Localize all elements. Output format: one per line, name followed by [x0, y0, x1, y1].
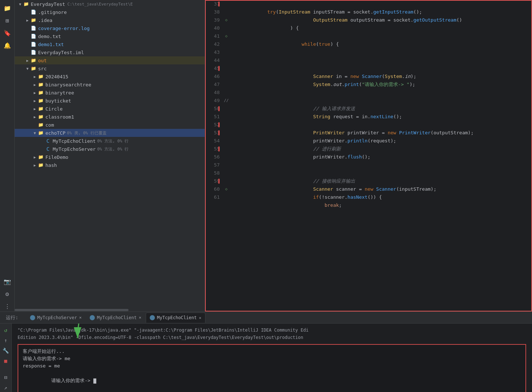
- server-tab-close[interactable]: ✕: [79, 315, 82, 320]
- tree-item-com[interactable]: 📁 com: [15, 121, 205, 129]
- tree-arrow-echotcp[interactable]: ▼: [32, 131, 37, 135]
- client2-tab-label: MyTcpEchoClient: [157, 315, 197, 320]
- code-line-52: PrintWriter printWriter = new PrintWrite…: [233, 121, 528, 129]
- file-icon-demo: 📄: [30, 33, 37, 40]
- tree-item-bt[interactable]: ▶ 📁 binarytree: [15, 89, 205, 97]
- more-icon[interactable]: ⋮: [2, 301, 12, 311]
- client1-tab-close[interactable]: ✕: [139, 315, 141, 320]
- folder-icon-out: 📁: [30, 57, 37, 64]
- file-icon-gitignore: 📄: [30, 9, 37, 15]
- tree-arrow-out[interactable]: ▶: [25, 59, 30, 63]
- tree-arrow-classroom1[interactable]: ▶: [32, 115, 37, 119]
- code-content: 37 38 39 40 41 42 43 44 45 46 47 48 49 5…: [205, 0, 532, 311]
- tree-item-demo[interactable]: 📄 demo.txt: [15, 32, 205, 40]
- notification-icon[interactable]: 🔔: [2, 40, 12, 51]
- folder-icon-hash: 📁: [37, 162, 44, 168]
- tree-item-server[interactable]: C MyTcpEchoServer 0% 方法, 0% 行: [15, 145, 205, 153]
- run-output: "C:\Program Files\Java\jdk-17\bin\java.e…: [12, 324, 532, 392]
- run-tab-server[interactable]: MyTcpEchoServer ✕: [26, 313, 85, 323]
- code-lines: try(InputStream inputSTream = socket.get…: [229, 0, 532, 311]
- folder-icon-20240415: 📁: [37, 73, 44, 80]
- folder-icon-idea: 📁: [30, 17, 37, 23]
- tree-item-gitignore[interactable]: 📄 .gitignore: [15, 8, 205, 16]
- restart-btn[interactable]: ↺: [1, 326, 10, 335]
- settings-icon[interactable]: ⚙: [2, 289, 12, 299]
- tree-item-root[interactable]: ▼ 📁 EverydayTest C:\test_java\EverydayTe…: [15, 0, 205, 8]
- bookmark-icon[interactable]: 🔖: [2, 28, 12, 38]
- tree-item-coverage-error[interactable]: 📄 coverage-error.log: [15, 24, 205, 32]
- code-editor[interactable]: 37 38 39 40 41 42 43 44 45 46 47 48 49 5…: [205, 0, 532, 311]
- tree-label-demo1: demo1.txt: [38, 42, 64, 47]
- tree-label-classroom1: classroom1: [45, 114, 74, 120]
- project-icon[interactable]: 📁: [2, 3, 12, 13]
- tree-item-classroom1[interactable]: ▶ 📁 classroom1: [15, 113, 205, 121]
- folder-icon-echotcp: 📁: [37, 130, 44, 136]
- code-line-44: [233, 56, 528, 64]
- tree-item-buyticket[interactable]: ▶ 📁 buyticket: [15, 97, 205, 105]
- code-line-45: Scanner in = new Scanner(System.in);: [233, 64, 528, 72]
- tree-path-root: C:\test_java\EverydayTest\E: [67, 2, 133, 7]
- output-line-2: 请输入你的需求-> me: [23, 355, 521, 362]
- tree-arrow-filedemo[interactable]: ▶: [32, 155, 37, 159]
- tree-arrow-20240415[interactable]: ▶: [32, 75, 37, 79]
- code-line-41: while(true) {: [233, 32, 528, 40]
- tree-item-demo1[interactable]: 📄 demo1.txt: [15, 40, 205, 48]
- class-icon-client: C: [45, 138, 51, 144]
- run-toolbar: ↺ ↑ 🔧 ■ ⊟ ↗: [0, 324, 12, 392]
- tree-item-filedemo[interactable]: ▶ 📁 FileDemo: [15, 153, 205, 161]
- tree-arrow-bst[interactable]: ▶: [32, 83, 37, 87]
- tree-label-server: MyTcpEchoServer: [53, 146, 96, 152]
- tree-label-circle: Circle: [45, 106, 63, 112]
- tree-item-client[interactable]: C MyTcpEchoClient 0% 方法, 0% 行: [15, 137, 205, 145]
- folder-icon-bst: 📁: [37, 81, 44, 88]
- client2-tab-close[interactable]: ✕: [199, 316, 201, 320]
- stop-btn[interactable]: ■: [1, 356, 10, 365]
- tree-label-filedemo: FileDemo: [45, 154, 68, 160]
- external-btn[interactable]: ↗: [1, 383, 10, 392]
- tree-label-20240415: 20240415: [45, 74, 68, 79]
- camera-icon[interactable]: 📷: [2, 276, 12, 287]
- tree-item-echotcp[interactable]: ▼ 📁 echoTCP 0% 类, 0% 行已覆盖: [15, 129, 205, 137]
- code-line-57: [233, 161, 528, 169]
- run-label: 运行:: [3, 314, 21, 321]
- tree-arrow-src[interactable]: ▼: [25, 67, 30, 71]
- line-numbers: 37 38 39 40 41 42 43 44 45 46 47 48 49 5…: [205, 0, 223, 311]
- layout-btn[interactable]: ⊟: [1, 373, 10, 382]
- tree-item-circle[interactable]: ▶ 📁 Circle: [15, 105, 205, 113]
- tree-arrow-bt[interactable]: ▶: [32, 91, 37, 95]
- tree-item-iml[interactable]: 📄 EverydayTest.iml: [15, 48, 205, 56]
- tree-item-bst[interactable]: ▶ 📁 binarysearchtree: [15, 81, 205, 89]
- up-btn[interactable]: ↑: [1, 336, 10, 345]
- tree-item-out[interactable]: ▶ 📁 out: [15, 56, 205, 64]
- tree-arrow-hash[interactable]: ▶: [32, 163, 37, 167]
- tree-label-bt: binarytree: [45, 90, 74, 96]
- structure-icon[interactable]: ⊞: [2, 15, 12, 26]
- output-box: 客户端开始运行... 请输入你的需求-> me response = me 请输…: [18, 344, 526, 392]
- tree-item-20240415[interactable]: ▶ 📁 20240415: [15, 72, 205, 81]
- tree-arrow-buyticket[interactable]: ▶: [32, 99, 37, 103]
- wrench-btn[interactable]: 🔧: [1, 346, 10, 355]
- code-line-43: [233, 48, 528, 56]
- tree-label-demo: demo.txt: [38, 34, 61, 39]
- run-content: ↺ ↑ 🔧 ■ ⊟ ↗ "C:\Program Files\Java\jdk-1…: [0, 324, 532, 392]
- file-tree-panel: ▼ 📁 EverydayTest C:\test_java\EverydayTe…: [15, 0, 205, 311]
- filetree-scrollbar[interactable]: [15, 309, 205, 311]
- output-line-4: 请输入你的需求->: [23, 370, 521, 377]
- file-tree-content[interactable]: ▼ 📁 EverydayTest C:\test_java\EverydayTe…: [15, 0, 205, 309]
- tree-arrow-idea[interactable]: ▶: [25, 18, 30, 22]
- tree-item-src[interactable]: ▼ 📁 src: [15, 64, 205, 72]
- tree-label-buyticket: buyticket: [45, 98, 71, 104]
- coverage-server: 0% 方法, 0% 行: [97, 146, 129, 152]
- main-layout: 📁 ⊞ 🔖 🔔 📷 ⚙ ⋮ ▼ 📁 EverydayTest C:\test_j…: [0, 0, 532, 311]
- client1-tab-label: MyTcpEchoClient: [97, 315, 137, 320]
- tree-item-hash[interactable]: ▶ 📁 hash: [15, 161, 205, 169]
- tree-label-bst: binarysearchtree: [45, 82, 91, 87]
- class-icon-server: C: [45, 146, 51, 152]
- tree-item-idea[interactable]: ▶ 📁 .idea: [15, 16, 205, 24]
- run-tab-client1[interactable]: MyTcpEchoClient ✕: [86, 313, 145, 323]
- client2-tab-icon: [150, 315, 155, 320]
- cmd-line-2: Edition 2023.3.4\bin" -Dfile.encoding=UT…: [18, 334, 526, 341]
- run-tab-client2[interactable]: MyTcpEchoClient ✕: [146, 313, 205, 323]
- tree-arrow-circle[interactable]: ▶: [32, 107, 37, 111]
- tree-arrow-root[interactable]: ▼: [18, 2, 23, 6]
